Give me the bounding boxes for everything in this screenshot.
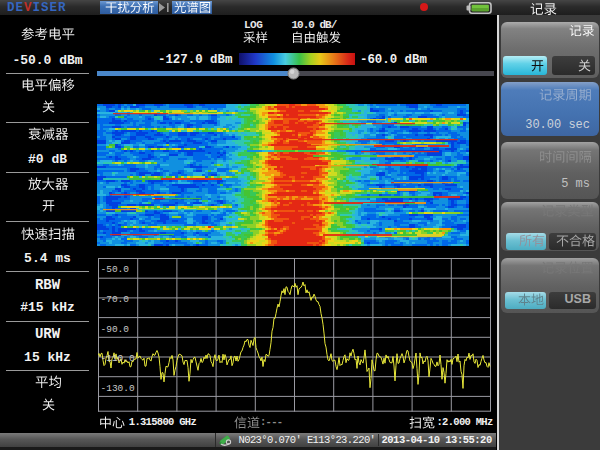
svg-text:-50.0: -50.0 [101, 265, 130, 276]
svg-text:-90.0: -90.0 [101, 324, 130, 335]
svg-text:-130.0: -130.0 [101, 383, 136, 394]
svg-text:-110.0: -110.0 [101, 354, 136, 365]
svg-text:-70.0: -70.0 [101, 294, 130, 305]
